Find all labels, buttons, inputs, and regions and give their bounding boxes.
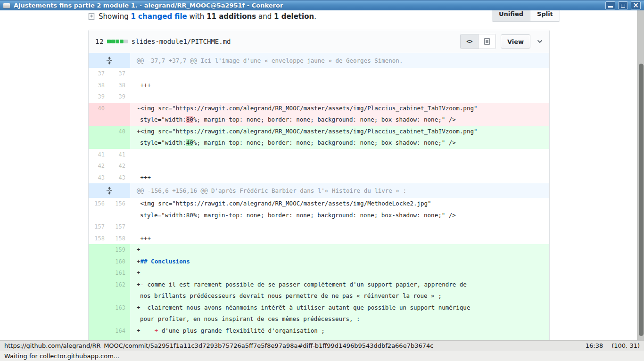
new-line-number[interactable]: 39 <box>109 91 130 103</box>
new-line-number[interactable]: 41 <box>109 149 130 161</box>
changes-count: 12 <box>95 38 104 45</box>
old-line-number[interactable]: 157 <box>89 221 109 233</box>
new-line-number[interactable]: 43 <box>109 172 130 184</box>
new-line-number[interactable]: 165 <box>109 336 130 340</box>
new-line-number[interactable]: 164 <box>109 325 130 337</box>
old-line-number[interactable]: 38 <box>89 80 109 91</box>
unified-toggle-button[interactable]: Unified <box>492 10 530 21</box>
new-line-number[interactable]: 160 <box>109 256 130 268</box>
code-line: style="width:80%; margin-top: none; bord… <box>130 114 549 126</box>
code-cell: -<img src="https://rawgit.com/alegrand/R… <box>130 103 549 126</box>
old-line-number[interactable]: 37 <box>89 68 109 80</box>
conkeror-statusbar: https://github.com/alegrand/RR_MOOC/comm… <box>0 340 644 361</box>
deletions-count: 1 deletion <box>274 12 314 21</box>
new-line-number[interactable]: 40 <box>109 126 130 149</box>
old-line-number[interactable] <box>89 336 109 340</box>
unfold-icon[interactable] <box>89 53 130 68</box>
changed-files-summary: Showing 1 changed file with 11 additions… <box>88 12 316 21</box>
close-button[interactable]: × <box>631 1 641 9</box>
statusbar-message-row: Waiting for collector.githubapp.com... <box>0 351 644 361</box>
diff-row: 4343 +++ <box>89 172 549 184</box>
new-line-number[interactable]: 37 <box>109 68 130 80</box>
new-line-number[interactable]: 158 <box>109 233 130 245</box>
diffstat-gray-block <box>124 40 128 43</box>
old-line-number[interactable] <box>89 126 109 149</box>
code-line: +++ <box>130 80 549 91</box>
scrollbar-thumb[interactable] <box>639 64 644 336</box>
code-cell: +- comme il est rarement possible de se … <box>130 279 549 302</box>
code-line: +## Conclusions <box>130 256 549 268</box>
code-line: style="width:40%; margin-top: none; bord… <box>130 137 549 149</box>
old-line-number[interactable]: 158 <box>89 233 109 245</box>
code-line: style="width:80%; margin-top: none; bord… <box>130 210 549 222</box>
diff-row: 3838 +++ <box>89 80 549 91</box>
code-line: + <box>130 267 549 279</box>
new-line-number[interactable]: 157 <box>109 221 130 233</box>
code-line: + <box>130 336 549 340</box>
vertical-scrollbar[interactable] <box>637 10 644 340</box>
new-line-number[interactable]: 156 <box>109 198 130 221</box>
old-line-number[interactable]: 41 <box>89 149 109 161</box>
changed-file-link[interactable]: 1 changed file <box>131 12 187 21</box>
window-title: Ajustements fins partie 2 module 1. · al… <box>14 2 605 9</box>
new-line-number[interactable]: 163 <box>109 302 130 325</box>
code-line <box>130 149 549 161</box>
old-line-number[interactable] <box>89 244 109 256</box>
window-titlebar[interactable]: Ajustements fins partie 2 module 1. · al… <box>0 0 644 10</box>
old-line-number[interactable]: 42 <box>89 160 109 172</box>
conkeror-window: Ajustements fins partie 2 module 1. · al… <box>0 0 644 361</box>
diff-row: 156156 <img src="https://rawgit.com/aleg… <box>89 198 549 221</box>
code-line <box>130 68 549 80</box>
code-line: +++ <box>130 233 549 245</box>
minimize-button[interactable] <box>605 1 615 9</box>
old-line-number[interactable] <box>89 279 109 302</box>
old-line-number[interactable]: 40 <box>89 103 109 126</box>
diff-row: 164+ + d'une plus grande flexibilité d'o… <box>89 325 549 337</box>
diff-row: 3737 <box>89 68 549 80</box>
diff-row: 162+- comme il est rarement possible de … <box>89 279 549 302</box>
code-cell <box>130 149 549 161</box>
new-line-number[interactable] <box>109 103 130 126</box>
clock: 16:38 <box>586 342 603 349</box>
new-line-number[interactable]: 42 <box>109 160 130 172</box>
code-line <box>130 160 549 172</box>
old-line-number[interactable] <box>89 267 109 279</box>
new-line-number[interactable]: 38 <box>109 80 130 91</box>
view-file-button[interactable]: View <box>501 34 530 49</box>
split-toggle-button[interactable]: Split <box>530 10 560 21</box>
new-line-number[interactable]: 162 <box>109 279 130 302</box>
old-line-number[interactable]: 156 <box>89 198 109 221</box>
diff-render-toggle: <> <box>460 34 496 49</box>
old-line-number[interactable] <box>89 302 109 325</box>
old-line-number[interactable] <box>89 256 109 268</box>
minimize-icon <box>608 6 613 8</box>
code-cell: +++ <box>130 172 549 184</box>
code-line: +<img src="https://rawgit.com/alegrand/R… <box>130 126 549 138</box>
code-cell: + <box>130 267 549 279</box>
rich-diff-button[interactable] <box>478 34 495 49</box>
summary-text: Showing 1 changed file with 11 additions… <box>99 12 316 21</box>
diff-icon <box>88 13 95 20</box>
diffstat-green-block <box>111 40 115 43</box>
diffstat-green-block <box>107 40 111 43</box>
code-cell <box>130 68 549 80</box>
scroll-position: (100, 31) <box>611 342 640 349</box>
diff-row: 165+ <box>89 336 549 340</box>
new-line-number[interactable]: 161 <box>109 267 130 279</box>
new-line-number[interactable]: 159 <box>109 244 130 256</box>
source-diff-button[interactable]: <> <box>461 34 478 49</box>
diff-row: 157157 <box>89 221 549 233</box>
old-line-number[interactable] <box>89 325 109 337</box>
code-cell <box>130 160 549 172</box>
code-line: +- comme il est rarement possible de se … <box>130 279 549 291</box>
file-path[interactable]: slides-module1/PITCHME.md <box>132 38 231 45</box>
statusbar-url-row: https://github.com/alegrand/RR_MOOC/comm… <box>0 340 644 351</box>
github-commit-page: Unified Split Showing 1 changed file wit… <box>0 10 637 340</box>
old-line-number[interactable]: 39 <box>89 91 109 103</box>
chevron-down-icon <box>537 40 543 43</box>
restore-button[interactable] <box>618 1 628 9</box>
code-line <box>130 221 549 233</box>
unfold-icon[interactable] <box>89 183 130 198</box>
file-options-button[interactable] <box>537 40 543 43</box>
old-line-number[interactable]: 43 <box>89 172 109 184</box>
